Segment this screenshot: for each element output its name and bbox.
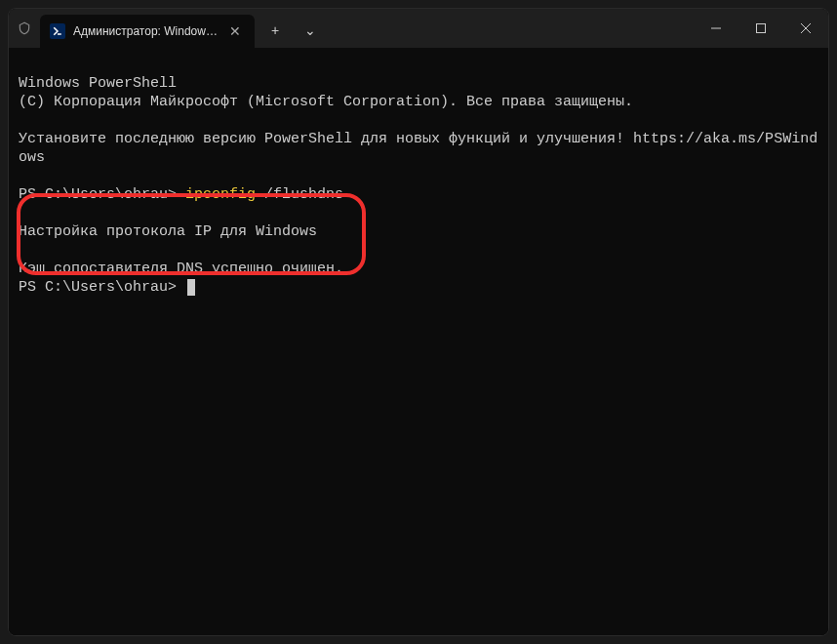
window-controls	[694, 9, 828, 48]
svg-rect-2	[757, 24, 766, 33]
terminal-line: Windows PowerShell	[19, 75, 177, 92]
titlebar[interactable]: Администратор: Windows PowerShell ✕ + ⌄	[9, 9, 828, 48]
tab-title: Администратор: Windows PowerShell	[73, 24, 218, 38]
minimize-button[interactable]	[694, 9, 738, 48]
tab-dropdown-button[interactable]: ⌄	[294, 15, 327, 46]
shield-icon	[9, 9, 40, 48]
cursor	[187, 279, 195, 296]
prompt-prefix: PS C:\Users\ohrau>	[19, 186, 185, 203]
powershell-icon	[50, 23, 65, 39]
prompt-args: /flushdns	[256, 186, 343, 203]
terminal-line: (C) Корпорация Майкрософт (Microsoft Cor…	[19, 94, 633, 110]
tab-close-button[interactable]: ✕	[225, 21, 245, 41]
terminal-output-area[interactable]: Windows PowerShell (C) Корпорация Майкро…	[9, 48, 828, 635]
maximize-button[interactable]	[738, 9, 783, 48]
terminal-line: Установите последнюю версию PowerShell д…	[19, 131, 817, 166]
new-tab-button[interactable]: +	[259, 15, 292, 46]
prompt-prefix: PS C:\Users\ohrau>	[19, 279, 185, 296]
prompt-command: ipconfig	[185, 186, 256, 203]
tab-actions: + ⌄	[259, 9, 327, 48]
terminal-window: Администратор: Windows PowerShell ✕ + ⌄ …	[8, 8, 829, 636]
close-button[interactable]	[783, 9, 828, 48]
active-tab[interactable]: Администратор: Windows PowerShell ✕	[40, 15, 255, 48]
terminal-line: Настройка протокола IP для Windows	[19, 223, 317, 240]
titlebar-drag-area[interactable]	[327, 9, 694, 48]
terminal-line: Кэш сопоставителя DNS успешно очищен.	[19, 261, 343, 277]
